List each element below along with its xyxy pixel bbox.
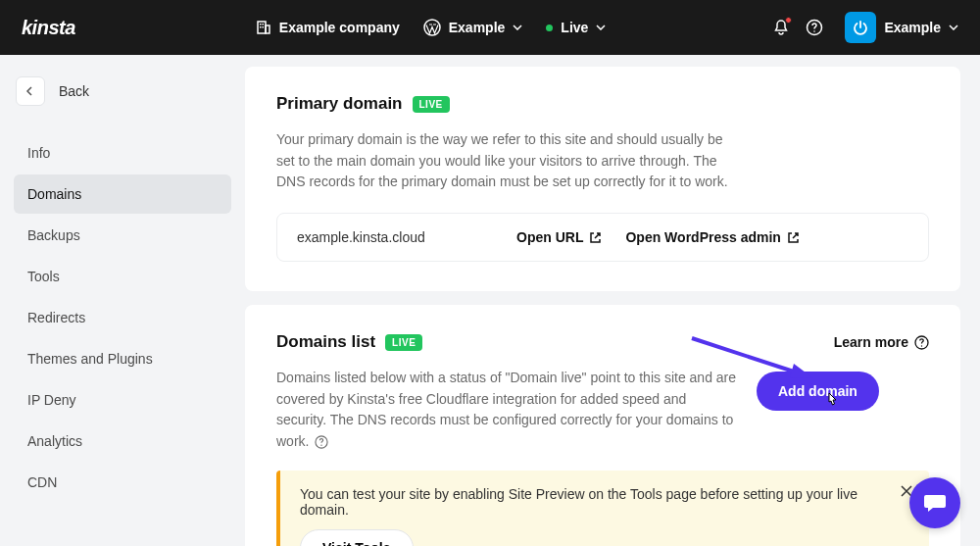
user-menu[interactable]: Example: [845, 12, 958, 43]
notification-badge: [785, 17, 792, 24]
arrow-left-icon: [16, 76, 45, 106]
svg-point-12: [321, 445, 322, 446]
domains-list-card: Domains list LIVE Learn more Domains lis…: [245, 305, 960, 546]
notifications-button[interactable]: [764, 11, 798, 44]
svg-rect-1: [266, 25, 270, 33]
site-selector[interactable]: Example: [423, 19, 523, 36]
user-avatar: [845, 12, 876, 43]
add-domain-button[interactable]: Add domain: [757, 372, 879, 411]
env-label: Live: [561, 20, 588, 35]
sidebar-item-analytics[interactable]: Analytics: [14, 422, 231, 461]
power-icon: [853, 20, 868, 35]
sidebar-item-tools[interactable]: Tools: [14, 257, 231, 296]
svg-rect-5: [262, 26, 264, 28]
site-preview-banner: You can test your site by enabling Site …: [276, 471, 929, 546]
open-wp-admin-button[interactable]: Open WordPress admin: [625, 229, 799, 245]
sidebar-nav: Info Domains Backups Tools Redirects The…: [14, 133, 231, 502]
logo: kinsta: [22, 17, 75, 39]
help-icon: [806, 19, 823, 36]
chat-widget-button[interactable]: [909, 477, 960, 528]
topbar: kinsta Example company Example Live Exam…: [0, 0, 980, 55]
primary-domain-row: example.kinsta.cloud Open URL Open WordP…: [276, 213, 929, 262]
sidebar-item-ip-deny[interactable]: IP Deny: [14, 380, 231, 420]
svg-rect-0: [258, 22, 266, 33]
sidebar-item-info[interactable]: Info: [14, 133, 231, 173]
primary-domain-value: example.kinsta.cloud: [297, 229, 493, 245]
site-name: Example: [449, 20, 506, 35]
banner-text: You can test your site by enabling Site …: [300, 486, 909, 518]
live-badge: LIVE: [413, 96, 450, 113]
company-selector[interactable]: Example company: [256, 20, 400, 35]
domains-list-title: Domains list: [276, 332, 375, 352]
back-button[interactable]: Back: [14, 73, 231, 110]
svg-point-10: [921, 345, 922, 346]
primary-domain-card: Primary domain LIVE Your primary domain …: [245, 67, 960, 291]
primary-domain-title: Primary domain: [276, 94, 403, 114]
sidebar-item-backups[interactable]: Backups: [14, 216, 231, 255]
chat-icon: [922, 490, 948, 516]
svg-rect-3: [262, 24, 264, 25]
open-url-button[interactable]: Open URL: [516, 229, 602, 245]
help-icon: [315, 435, 328, 449]
chevron-down-icon: [513, 25, 522, 30]
sidebar: Back Info Domains Backups Tools Redirect…: [0, 55, 245, 546]
svg-rect-2: [260, 24, 262, 25]
company-name: Example company: [279, 20, 400, 35]
domains-list-description: Domains listed below with a status of "D…: [276, 368, 737, 453]
svg-rect-4: [260, 26, 262, 28]
help-button[interactable]: [798, 11, 831, 44]
primary-domain-description: Your primary domain is the way we refer …: [276, 129, 737, 193]
sidebar-item-cdn[interactable]: CDN: [14, 463, 231, 502]
sidebar-item-domains[interactable]: Domains: [14, 174, 231, 214]
wordpress-icon: [423, 19, 441, 36]
visit-tools-button[interactable]: Visit Tools: [300, 529, 414, 546]
external-link-icon: [787, 231, 800, 244]
svg-point-8: [814, 30, 816, 32]
sidebar-item-themes-plugins[interactable]: Themes and Plugins: [14, 339, 231, 378]
back-label: Back: [59, 83, 89, 99]
main-content: Primary domain LIVE Your primary domain …: [245, 55, 980, 546]
building-icon: [256, 20, 271, 35]
chevron-down-icon: [596, 25, 606, 30]
chevron-down-icon: [949, 25, 958, 30]
external-link-icon: [589, 231, 602, 244]
user-name: Example: [884, 20, 941, 35]
env-selector[interactable]: Live: [546, 20, 606, 35]
help-icon: [914, 335, 929, 350]
live-badge: LIVE: [385, 334, 422, 351]
learn-more-link[interactable]: Learn more: [834, 334, 929, 350]
status-dot-live: [546, 25, 553, 31]
sidebar-item-redirects[interactable]: Redirects: [14, 298, 231, 337]
